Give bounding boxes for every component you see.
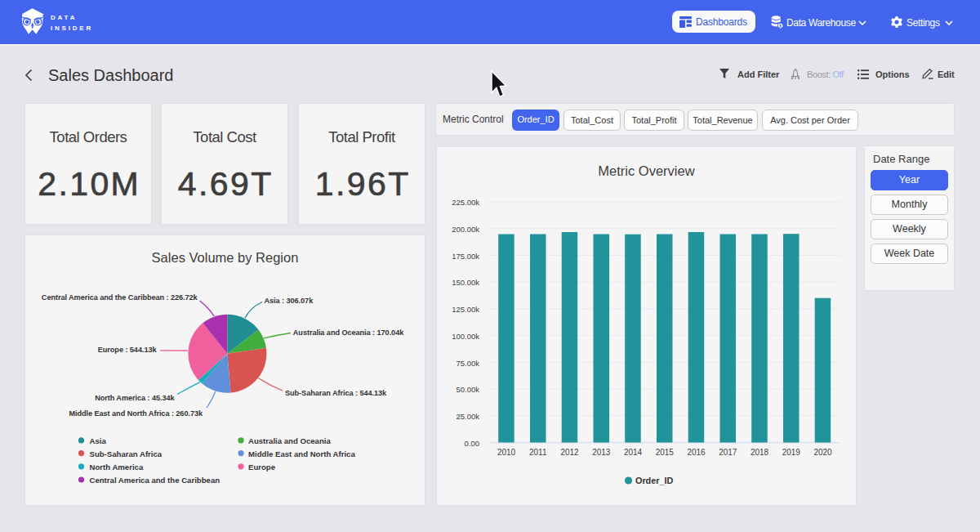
svg-text:2020: 2020 — [813, 448, 832, 457]
svg-text:2010: 2010 — [497, 448, 516, 457]
svg-text:75.00k: 75.00k — [456, 359, 479, 368]
svg-text:225.00k: 225.00k — [452, 198, 479, 207]
svg-text:2017: 2017 — [719, 448, 737, 457]
svg-text:2014: 2014 — [624, 448, 643, 457]
svg-text:2015: 2015 — [656, 448, 675, 457]
svg-text:Order_ID: Order_ID — [635, 476, 673, 485]
svg-text:2018: 2018 — [751, 448, 769, 457]
svg-text:2019: 2019 — [782, 448, 801, 457]
svg-text:150.00k: 150.00k — [452, 278, 479, 287]
svg-text:2012: 2012 — [560, 448, 579, 457]
svg-text:125.00k: 125.00k — [452, 305, 479, 314]
svg-text:2013: 2013 — [592, 448, 611, 457]
svg-text:25.00k: 25.00k — [456, 412, 479, 421]
svg-text:50.00k: 50.00k — [456, 385, 479, 394]
svg-text:200.00k: 200.00k — [452, 225, 479, 234]
svg-text:2011: 2011 — [529, 448, 547, 457]
svg-text:0.00: 0.00 — [465, 439, 480, 448]
svg-text:100.00k: 100.00k — [452, 332, 479, 341]
svg-text:175.00k: 175.00k — [452, 252, 479, 261]
svg-text:2016: 2016 — [687, 448, 706, 457]
